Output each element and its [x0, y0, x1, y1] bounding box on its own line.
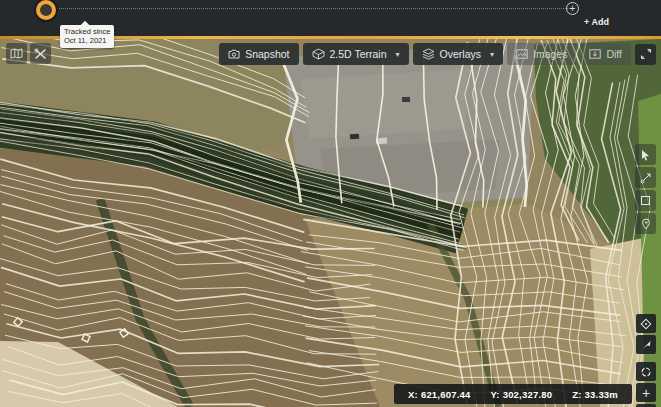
pan-mode-button[interactable]	[636, 335, 656, 354]
terrain-cube-icon	[312, 48, 325, 60]
place-marker-button[interactable]	[635, 213, 656, 234]
map-canvas	[0, 39, 661, 407]
folded-map-icon	[10, 48, 23, 59]
add-dataset-button[interactable]: + Add	[584, 17, 609, 27]
nav-spacer	[636, 356, 656, 360]
north-arrow-icon	[641, 339, 652, 350]
timeline-add-icon[interactable]: +	[566, 2, 579, 15]
measure-line-button[interactable]	[635, 167, 656, 188]
snapshot-button[interactable]: Snapshot	[219, 43, 298, 65]
tracked-since-tooltip: Tracked since Oct 11, 2021	[60, 25, 114, 48]
overlays-dropdown[interactable]: Overlays ▾	[413, 43, 503, 65]
diff-label: Diff	[606, 48, 622, 60]
camera-icon	[228, 49, 240, 59]
coordinate-x: X:621,607.44	[408, 389, 470, 400]
diff-button[interactable]: Diff	[580, 43, 631, 65]
snapshot-label: Snapshot	[245, 48, 289, 60]
tools-button[interactable]	[30, 43, 51, 64]
basemap-button[interactable]	[6, 43, 27, 64]
zoom-in-button[interactable]: +	[636, 383, 656, 402]
timeline-bar[interactable]: + Tracked since Oct 11, 2021 + Add	[0, 0, 661, 36]
measure-area-button[interactable]	[635, 190, 656, 211]
layers-icon	[422, 48, 435, 60]
tooltip-line1: Tracked since	[64, 27, 110, 36]
map-toolbar: Snapshot 2.5D Terrain ▾ Overlays ▾ Image…	[219, 43, 656, 65]
chevron-down-icon: ▾	[490, 50, 494, 59]
view-reset-button[interactable]	[636, 314, 656, 333]
locate-button[interactable]	[636, 362, 656, 381]
map-topleft-tools	[6, 43, 51, 64]
measure-line-icon	[640, 172, 652, 184]
expand-arrows-icon	[640, 48, 652, 60]
tooltip-line2: Oct 11, 2021	[64, 36, 110, 45]
cursor-icon	[640, 149, 651, 161]
images-button[interactable]: Images	[507, 43, 576, 65]
survey-map-app: + Tracked since Oct 11, 2021 + Add Snaps…	[0, 0, 661, 407]
map-pin-icon	[641, 218, 651, 230]
image-icon	[516, 49, 528, 59]
diff-icon	[589, 49, 601, 59]
chevron-down-icon: ▾	[396, 50, 400, 59]
locate-circle-icon	[640, 366, 652, 378]
timeline-marker[interactable]: Tracked since Oct 11, 2021	[36, 0, 56, 20]
measure-tool-column	[635, 144, 656, 234]
crossed-tools-icon	[34, 48, 47, 60]
terrain-mode-dropdown[interactable]: 2.5D Terrain ▾	[303, 43, 409, 65]
map-viewport[interactable]	[0, 39, 661, 407]
map-nav-column: + −	[636, 314, 656, 407]
timeline-track[interactable]	[46, 8, 570, 9]
compass-diamond-icon	[640, 318, 652, 330]
terrain-mode-label: 2.5D Terrain	[330, 48, 387, 60]
coordinate-statusbar: X:621,607.44 Y:302,327.80 Z:33.33m	[394, 384, 632, 404]
coordinate-z: Z:33.33m	[572, 389, 618, 400]
select-cursor-button[interactable]	[635, 144, 656, 165]
fullscreen-button[interactable]	[635, 44, 656, 65]
images-label: Images	[533, 48, 567, 60]
polygon-area-icon	[640, 195, 651, 206]
coordinate-y: Y:302,327.80	[490, 389, 552, 400]
overlays-label: Overlays	[440, 48, 481, 60]
